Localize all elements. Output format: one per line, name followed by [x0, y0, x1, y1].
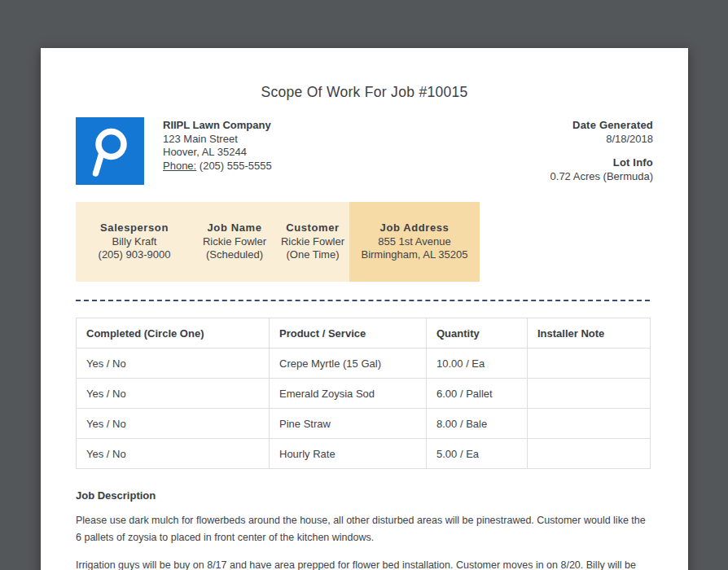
job-info-column-job-name: Job Name Rickie Fowler (Scheduled)	[193, 202, 276, 282]
cell-installer-note	[528, 439, 651, 469]
job-info-column-salesperson: Salesperson Billy Kraft (205) 903-9000	[76, 202, 193, 282]
page-title: Scope Of Work For Job #10015	[76, 84, 653, 101]
work-items-table: Completed (Circle One) Product / Service…	[76, 318, 651, 469]
table-row: Yes / No Crepe Myrtle (15 Gal) 10.00 / E…	[77, 349, 651, 379]
cell-completed: Yes / No	[77, 379, 270, 409]
job-description-heading: Job Description	[76, 489, 650, 502]
cell-installer-note	[528, 349, 651, 379]
company-info-block: RIIPL Lawn Company 123 Main Street Hoove…	[163, 117, 272, 185]
job-name-value: Rickie Fowler	[193, 235, 276, 249]
job-description-section: Job Description Please use dark mulch fo…	[76, 489, 650, 570]
document-page: Scope Of Work For Job #10015 RIIPL Lawn …	[41, 48, 688, 570]
company-logo	[76, 117, 144, 185]
job-status: (Scheduled)	[193, 248, 276, 262]
table-header-row: Completed (Circle One) Product / Service…	[77, 318, 651, 349]
header-installer-note: Installer Note	[528, 318, 651, 349]
cell-installer-note	[528, 379, 651, 409]
job-info-column-job-address: Job Address 855 1st Avenue Birmingham, A…	[349, 202, 480, 282]
job-address-line1: 855 1st Avenue	[349, 235, 480, 249]
lot-info-value: 0.72 Acres (Bermuda)	[550, 170, 653, 184]
cell-quantity: 6.00 / Pallet	[427, 379, 528, 409]
header-completed: Completed (Circle One)	[77, 318, 270, 349]
customer-label: Customer	[276, 221, 349, 235]
job-description-paragraph: Please use dark mulch for flowerbeds aro…	[76, 512, 650, 546]
table-row: Yes / No Pine Straw 8.00 / Bale	[77, 409, 651, 439]
cell-quantity: 10.00 / Ea	[427, 349, 528, 379]
phone-label: Phone:	[163, 160, 196, 172]
cell-quantity: 8.00 / Bale	[427, 409, 528, 439]
company-phone: Phone: (205) 555-5555	[163, 160, 272, 173]
cell-product: Pine Straw	[270, 409, 427, 439]
date-generated-value: 8/18/2018	[550, 133, 653, 147]
header-product-service: Product / Service	[270, 318, 427, 349]
job-info-column-customer: Customer Rickie Fowler (One Time)	[276, 202, 349, 282]
cell-installer-note	[528, 409, 651, 439]
customer-name: Rickie Fowler	[276, 235, 349, 249]
company-address-line2: Hoover, AL 35244	[163, 146, 272, 160]
company-name: RIIPL Lawn Company	[163, 119, 272, 133]
logo-r-icon	[76, 117, 144, 185]
header-quantity: Quantity	[427, 318, 528, 349]
date-generated-label: Date Generated	[550, 119, 653, 133]
job-info-band: Salesperson Billy Kraft (205) 903-9000 J…	[76, 202, 480, 282]
job-description-paragraph: Irrigation guys will be buy on 8/17 and …	[76, 557, 650, 570]
viewer-background: Scope Of Work For Job #10015 RIIPL Lawn …	[0, 0, 728, 570]
customer-type: (One Time)	[276, 248, 349, 262]
cell-product: Hourly Rate	[270, 439, 427, 469]
document-header: RIIPL Lawn Company 123 Main Street Hoove…	[76, 117, 653, 185]
phone-number: (205) 555-5555	[200, 160, 272, 172]
table-row: Yes / No Hourly Rate 5.00 / Ea	[77, 439, 651, 469]
salesperson-label: Salesperson	[76, 221, 193, 235]
job-address-line2: Birmingham, AL 35205	[349, 248, 480, 262]
salesperson-phone: (205) 903-9000	[76, 248, 193, 262]
table-row: Yes / No Emerald Zoysia Sod 6.00 / Palle…	[77, 379, 651, 409]
cell-product: Emerald Zoysia Sod	[270, 379, 427, 409]
cell-quantity: 5.00 / Ea	[427, 439, 528, 469]
salesperson-name: Billy Kraft	[76, 235, 193, 249]
job-name-label: Job Name	[193, 221, 276, 235]
dashed-divider	[76, 300, 650, 301]
cell-product: Crepe Myrtle (15 Gal)	[270, 349, 427, 379]
lot-info-label: Lot Info	[550, 156, 653, 170]
document-meta-block: Date Generated 8/18/2018 Lot Info 0.72 A…	[550, 117, 653, 185]
cell-completed: Yes / No	[77, 349, 270, 379]
cell-completed: Yes / No	[77, 439, 270, 469]
company-address-line1: 123 Main Street	[163, 133, 272, 147]
job-address-label: Job Address	[349, 221, 480, 235]
cell-completed: Yes / No	[77, 409, 270, 439]
